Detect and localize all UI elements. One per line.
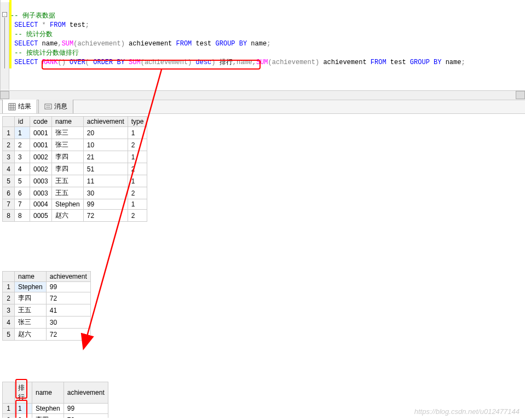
cell[interactable]: 99 xyxy=(46,282,90,292)
cell[interactable]: 张三 xyxy=(52,127,84,139)
tab-messages[interactable]: 消息 xyxy=(38,99,73,113)
svg-rect-0 xyxy=(9,103,15,110)
cell[interactable]: 张三 xyxy=(15,317,47,329)
cell[interactable]: 51 xyxy=(83,163,128,175)
cell[interactable]: Stephen xyxy=(15,282,47,292)
col-header[interactable]: achievement xyxy=(64,382,108,404)
watermark-text: https://blog.csdn.net/u012477144 xyxy=(414,407,520,416)
col-header[interactable]: achievement xyxy=(83,117,128,127)
cell[interactable]: 8 xyxy=(15,210,30,222)
row-number[interactable]: 5 xyxy=(3,329,15,341)
row-number[interactable]: 1 xyxy=(3,404,15,414)
cell[interactable]: 李四 xyxy=(52,151,84,163)
cell[interactable]: 2 xyxy=(128,163,147,175)
cell[interactable]: Stephen xyxy=(32,404,64,414)
cell[interactable]: 11 xyxy=(83,175,128,187)
cell[interactable]: 7 xyxy=(15,199,30,210)
table-row[interactable]: 330002李四211 xyxy=(3,151,147,163)
col-header[interactable]: type xyxy=(128,117,147,127)
cell[interactable]: 2 xyxy=(128,210,147,222)
cell[interactable]: 1 xyxy=(128,175,147,187)
results-pane: id code name achievement type 110001张三20… xyxy=(0,114,525,418)
col-header[interactable]: code xyxy=(30,117,52,127)
row-number[interactable]: 4 xyxy=(3,317,15,329)
cell[interactable]: 30 xyxy=(46,317,90,329)
table-row[interactable]: 3王五41 xyxy=(3,304,91,317)
row-number[interactable]: 3 xyxy=(3,151,15,163)
cell[interactable]: 张三 xyxy=(52,139,84,151)
cell[interactable]: 4 xyxy=(15,163,30,175)
cell[interactable]: 王五 xyxy=(52,187,84,199)
cell[interactable]: 李四 xyxy=(52,163,84,175)
table-row[interactable]: 2李四72 xyxy=(3,292,91,304)
table-row[interactable]: 770004Stephen991 xyxy=(3,199,147,210)
cell[interactable]: 72 xyxy=(46,292,90,304)
result-grid-2[interactable]: name achievement 1Stephen992李四723王五414张三… xyxy=(2,271,91,341)
cell[interactable]: 1 xyxy=(15,127,30,139)
tab-results-label: 结果 xyxy=(18,102,31,111)
cell[interactable]: 0003 xyxy=(30,187,52,199)
cell[interactable]: 3 xyxy=(15,151,30,163)
cell[interactable]: 41 xyxy=(46,304,90,317)
cell[interactable]: 0005 xyxy=(30,210,52,222)
cell[interactable]: 21 xyxy=(83,151,128,163)
cell[interactable]: 5 xyxy=(15,175,30,187)
cell[interactable]: 0003 xyxy=(30,175,52,187)
table-row[interactable]: 440002李四512 xyxy=(3,163,147,175)
cell[interactable]: 0004 xyxy=(30,199,52,210)
result-grid-1[interactable]: id code name achievement type 110001张三20… xyxy=(2,116,147,222)
row-number[interactable]: 2 xyxy=(3,292,15,304)
cell[interactable]: 20 xyxy=(83,127,128,139)
cell[interactable]: 赵六 xyxy=(15,329,47,341)
cell[interactable]: 李四 xyxy=(15,292,47,304)
cell[interactable]: 2 xyxy=(128,187,147,199)
cell[interactable]: 99 xyxy=(64,404,108,414)
cell[interactable]: 99 xyxy=(83,199,128,210)
table-row[interactable]: 5赵六72 xyxy=(3,329,91,341)
row-number[interactable]: 2 xyxy=(3,414,15,418)
cell[interactable]: 72 xyxy=(64,414,108,418)
table-row[interactable]: 220001张三102 xyxy=(3,139,147,151)
row-number[interactable]: 2 xyxy=(3,139,15,151)
cell[interactable]: 72 xyxy=(83,210,128,222)
table-row[interactable]: 880005赵六722 xyxy=(3,210,147,222)
row-number[interactable]: 5 xyxy=(3,175,15,187)
row-number[interactable]: 4 xyxy=(3,163,15,175)
cell[interactable]: 1 xyxy=(128,127,147,139)
cell[interactable]: 72 xyxy=(46,329,90,341)
cell[interactable]: 2 xyxy=(128,139,147,151)
cell[interactable]: 王五 xyxy=(52,175,84,187)
cell[interactable]: 王五 xyxy=(15,304,47,317)
cell[interactable]: 0002 xyxy=(30,163,52,175)
col-header[interactable]: name xyxy=(15,272,47,282)
table-row[interactable]: 4张三30 xyxy=(3,317,91,329)
cell[interactable]: 1 xyxy=(128,199,147,210)
col-header[interactable]: name xyxy=(32,382,64,404)
row-number[interactable]: 6 xyxy=(3,187,15,199)
tab-results[interactable]: 结果 xyxy=(2,99,37,113)
cell[interactable]: 赵六 xyxy=(52,210,84,222)
cell[interactable]: Stephen xyxy=(52,199,84,210)
cell[interactable]: 0001 xyxy=(30,127,52,139)
col-header[interactable]: id xyxy=(15,117,30,127)
row-number[interactable]: 8 xyxy=(3,210,15,222)
table-row[interactable]: 660003王五302 xyxy=(3,187,147,199)
cell[interactable]: 0001 xyxy=(30,139,52,151)
table-row[interactable]: 550003王五111 xyxy=(3,175,147,187)
cell[interactable]: 2 xyxy=(15,139,30,151)
table-row[interactable]: 110001张三201 xyxy=(3,127,147,139)
cell[interactable]: 1 xyxy=(128,151,147,163)
col-header[interactable]: achievement xyxy=(46,272,90,282)
cell[interactable]: 6 xyxy=(15,187,30,199)
cell[interactable]: 0002 xyxy=(30,151,52,163)
cell[interactable]: 10 xyxy=(83,139,128,151)
row-number[interactable]: 3 xyxy=(3,304,15,317)
row-number[interactable]: 7 xyxy=(3,199,15,210)
row-number[interactable]: 1 xyxy=(3,127,15,139)
cell[interactable]: 李四 xyxy=(32,414,64,418)
editor-horizontal-scrollbar[interactable] xyxy=(0,90,525,100)
cell[interactable]: 30 xyxy=(83,187,128,199)
row-number[interactable]: 1 xyxy=(3,282,15,292)
col-header[interactable]: name xyxy=(52,117,84,127)
table-row[interactable]: 1Stephen99 xyxy=(3,282,91,292)
